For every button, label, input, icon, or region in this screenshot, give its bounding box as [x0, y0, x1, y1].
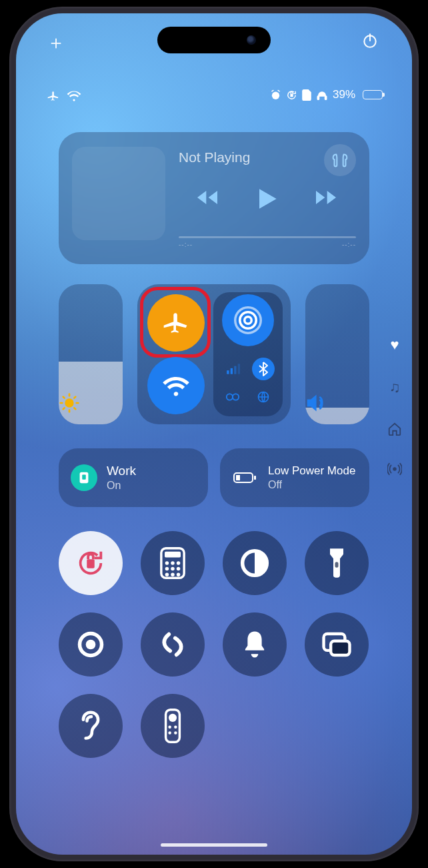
svg-point-46 [86, 640, 96, 650]
focus-state: On [107, 479, 136, 492]
battery-icon [360, 90, 383, 99]
screen-mirroring-tile[interactable] [305, 612, 369, 677]
svg-rect-31 [87, 559, 95, 568]
svg-point-34 [165, 561, 169, 564]
svg-point-53 [168, 731, 171, 735]
airplane-status-icon [47, 89, 60, 103]
svg-line-12 [74, 408, 75, 409]
focus-tile[interactable]: Work On [59, 448, 208, 507]
svg-point-42 [177, 572, 180, 576]
volume-slider[interactable] [305, 284, 369, 424]
home-indicator[interactable] [161, 843, 267, 847]
wifi-status-icon [67, 90, 81, 102]
screen-recording-tile[interactable] [59, 612, 123, 677]
flashlight-tile[interactable] [305, 531, 369, 595]
side-button [419, 213, 423, 287]
music-tab-icon[interactable]: ♫ [389, 379, 401, 396]
low-power-icon [232, 464, 259, 491]
svg-rect-27 [82, 474, 86, 479]
volume-up-button [5, 200, 9, 251]
airplane-mode-toggle[interactable] [147, 294, 205, 352]
status-bar: 39% [16, 88, 412, 107]
svg-point-15 [245, 317, 252, 324]
power-button[interactable] [361, 32, 383, 53]
shazam-tile[interactable] [141, 612, 205, 677]
svg-point-2 [272, 91, 279, 99]
hotspot-mini-icon [221, 386, 244, 408]
audio-output-button[interactable] [324, 144, 356, 176]
controls-grid [59, 531, 369, 758]
battery-percent-label: 39% [333, 88, 355, 101]
svg-rect-29 [254, 476, 256, 480]
sim-status-icon [302, 89, 311, 101]
svg-point-50 [169, 714, 177, 722]
svg-point-39 [177, 567, 180, 570]
low-power-tile[interactable]: Low Power Mode Off [220, 448, 369, 507]
svg-rect-21 [238, 364, 240, 374]
media-title: Not Playing [179, 149, 250, 165]
alarm-status-icon [270, 89, 281, 101]
svg-point-40 [165, 572, 169, 576]
svg-point-52 [174, 725, 177, 729]
headphones-status-icon [316, 89, 328, 101]
cellular-data-mini-icon [221, 358, 244, 380]
home-tab-icon[interactable] [387, 422, 402, 436]
airdrop-toggle[interactable] [222, 294, 274, 346]
play-button[interactable] [252, 184, 281, 213]
wifi-toggle[interactable] [147, 357, 205, 414]
svg-rect-18 [227, 370, 229, 374]
connectivity-panel[interactable] [137, 284, 291, 424]
svg-point-37 [165, 567, 169, 570]
add-control-button[interactable]: ＋ [45, 32, 67, 53]
svg-rect-19 [231, 368, 233, 374]
svg-line-14 [74, 397, 75, 398]
svg-rect-33 [165, 552, 181, 558]
favorites-tab-icon[interactable]: ♥ [390, 336, 399, 354]
svg-rect-44 [335, 562, 339, 567]
iphone-frame: ＋ [9, 7, 419, 861]
brightness-slider[interactable] [59, 284, 123, 424]
media-panel[interactable]: Not Playing --:-- --:-- [59, 132, 369, 264]
svg-rect-20 [234, 366, 236, 374]
previous-track-button[interactable] [194, 184, 221, 213]
calculator-tile[interactable] [141, 531, 205, 595]
svg-rect-3 [290, 93, 293, 97]
bluetooth-mini-icon [252, 358, 275, 380]
silence-switch [5, 153, 9, 180]
svg-line-11 [63, 397, 65, 398]
svg-point-16 [240, 312, 257, 329]
svg-point-6 [65, 398, 73, 407]
control-center-topbar: ＋ [16, 32, 412, 59]
next-track-button[interactable] [313, 184, 339, 213]
apple-tv-remote-tile[interactable] [141, 694, 205, 758]
speaker-icon [305, 392, 369, 414]
low-power-title: Low Power Mode [268, 464, 355, 478]
connectivity-expand[interactable] [213, 292, 283, 416]
media-artwork [72, 147, 165, 240]
svg-rect-4 [317, 95, 319, 100]
svg-point-51 [168, 725, 171, 729]
sun-icon [59, 392, 123, 414]
connectivity-tab-icon[interactable] [387, 462, 402, 476]
svg-rect-30 [236, 475, 240, 480]
focus-title: Work [107, 464, 136, 479]
svg-point-35 [171, 561, 174, 564]
orientation-lock-tile[interactable] [59, 531, 123, 595]
svg-point-25 [393, 467, 397, 471]
silent-mode-tile[interactable] [223, 612, 287, 677]
page-tabs[interactable]: ♥ ♫ [384, 336, 405, 476]
svg-point-41 [171, 572, 174, 576]
svg-rect-48 [331, 641, 349, 655]
svg-point-23 [233, 394, 239, 400]
hearing-tile[interactable] [59, 694, 123, 758]
svg-line-13 [63, 408, 65, 409]
media-scrubber[interactable]: --:-- --:-- [179, 236, 356, 248]
svg-point-38 [171, 567, 174, 570]
vpn-mini-icon [252, 386, 275, 408]
volume-down-button [5, 260, 9, 311]
dark-mode-tile[interactable] [223, 531, 287, 595]
svg-rect-5 [325, 95, 327, 100]
focus-work-icon [71, 464, 97, 491]
low-power-state: Off [268, 478, 355, 491]
svg-point-36 [177, 561, 180, 564]
